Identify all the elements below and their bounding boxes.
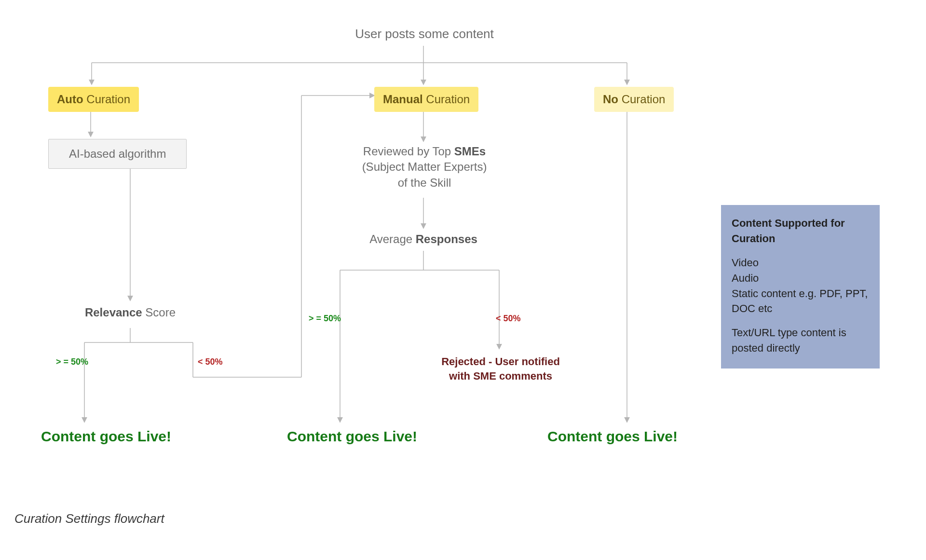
threshold-manual-lt-50: < 50% [496, 314, 521, 324]
pill-no-rest: Curation [618, 93, 665, 106]
start-node: User posts some content [338, 27, 511, 41]
threshold-manual-gte-50: > = 50% [309, 314, 341, 324]
pill-no-bold: No [603, 93, 618, 106]
node-sme-review: Reviewed by Top SMEs (Subject Matter Exp… [352, 144, 497, 191]
node-live-none: Content goes Live! [535, 428, 690, 445]
pill-auto-bold: Auto [57, 93, 83, 106]
flowchart-canvas: User posts some content Auto Curation Ma… [0, 0, 926, 560]
pill-auto-rest: Curation [83, 93, 130, 106]
node-ai-algorithm: AI-based algorithm [48, 139, 187, 169]
avg-pre: Average [369, 232, 416, 246]
node-rejected: Rejected - User notified with SME commen… [428, 355, 573, 383]
rejected-line2: with SME comments [449, 370, 552, 382]
node-average-responses: Average Responses [366, 232, 481, 247]
node-live-manual: Content goes Live! [275, 428, 429, 445]
sidebox-header: Content Supported for Curation [732, 216, 869, 246]
relevance-bold: Relevance [85, 306, 142, 319]
relevance-rest: Score [142, 306, 176, 319]
threshold-auto-lt-50: < 50% [198, 357, 223, 367]
avg-bold: Responses [416, 232, 477, 246]
sidebox-item: Static content e.g. PDF, PPT, DOC etc [732, 286, 869, 317]
pill-manual-curation: Manual Curation [374, 87, 478, 112]
rejected-line1: Rejected - User notified [441, 355, 560, 368]
sme-line1-pre: Reviewed by Top [363, 145, 454, 158]
node-relevance-score: Relevance Score [72, 305, 188, 320]
pill-auto-curation: Auto Curation [48, 87, 139, 112]
sidebox-item: Audio [732, 271, 869, 286]
node-live-auto: Content goes Live! [29, 428, 183, 445]
sidebox-footnote: Text/URL type content is posted directly [732, 325, 869, 356]
sme-line2: (Subject Matter Experts) [362, 160, 487, 173]
sme-line1-bold: SMEs [454, 145, 486, 158]
sme-line3: of the Skill [398, 176, 451, 189]
sidebox-content-supported: Content Supported for Curation Video Aud… [721, 205, 880, 369]
pill-manual-bold: Manual [383, 93, 423, 106]
threshold-auto-gte-50: > = 50% [56, 357, 88, 367]
figure-caption: Curation Settings flowchart [14, 511, 164, 526]
sidebox-item: Video [732, 255, 869, 271]
pill-no-curation: No Curation [594, 87, 674, 112]
pill-manual-rest: Curation [423, 93, 470, 106]
